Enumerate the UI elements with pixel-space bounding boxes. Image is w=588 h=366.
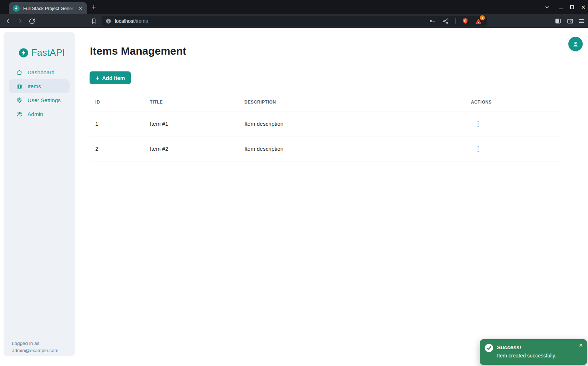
table-row: 1 Item #1 Item description ⋮ xyxy=(90,111,564,136)
browser-tab[interactable]: Full Stack Project Genera ✕ xyxy=(9,2,87,14)
toolbar-divider xyxy=(455,18,456,24)
reload-icon xyxy=(29,18,35,25)
briefcase-icon xyxy=(16,83,23,90)
fastapi-favicon-icon xyxy=(12,5,20,12)
check-circle-icon xyxy=(484,343,494,353)
sidebar-item-dashboard[interactable]: Dashboard xyxy=(9,65,70,79)
forward-arrow-icon xyxy=(17,17,24,25)
cell-description: Item description xyxy=(244,121,471,127)
bookmark-button[interactable] xyxy=(90,17,98,25)
toast-message: Item created successfully. xyxy=(497,353,556,359)
toast-close-button[interactable]: ✕ xyxy=(578,342,584,349)
browser-titlebar: Full Stack Project Genera ✕ + ✕ xyxy=(0,0,588,14)
cell-description: Item description xyxy=(244,146,471,152)
cell-id: 2 xyxy=(95,146,150,152)
chevron-down-icon xyxy=(544,4,550,10)
key-icon xyxy=(429,17,436,25)
reload-button[interactable] xyxy=(27,17,36,25)
row-actions-menu-button[interactable]: ⋮ xyxy=(473,119,483,129)
app-logo: FastAPI xyxy=(19,47,65,58)
address-bar[interactable]: localhost /items 1 xyxy=(102,16,487,26)
side-panel-icon xyxy=(554,17,562,25)
tab-title: Full Stack Project Genera xyxy=(23,6,74,11)
window-close-button[interactable]: ✕ xyxy=(579,3,588,11)
app-sidebar: FastAPI Dashboard Items User Settings xyxy=(4,32,75,356)
url-path: /items xyxy=(135,18,148,24)
cell-title: Item #2 xyxy=(150,146,244,152)
sidebar-toggle-button[interactable] xyxy=(554,17,562,25)
tab-title-fade xyxy=(67,4,76,12)
sidebar-item-admin[interactable]: Admin xyxy=(9,107,70,121)
sidebar-item-items[interactable]: Items xyxy=(9,79,70,93)
row-actions-menu-button[interactable]: ⋮ xyxy=(473,144,483,154)
wallet-icon xyxy=(567,17,574,25)
home-icon xyxy=(16,69,23,76)
sidebar-item-label: User Settings xyxy=(27,97,61,104)
share-button[interactable] xyxy=(442,17,449,25)
user-icon xyxy=(572,40,579,48)
site-info-icon[interactable] xyxy=(105,18,112,24)
table-header-row: ID TITLE DESCRIPTION ACTIONS xyxy=(90,93,564,111)
column-header-description: DESCRIPTION xyxy=(244,100,471,105)
brave-shield-icon xyxy=(462,17,469,25)
tab-close-button[interactable]: ✕ xyxy=(78,6,83,11)
success-toast: Success! Item created successfully. ✕ xyxy=(480,339,587,365)
maximize-icon xyxy=(570,5,574,9)
column-header-id: ID xyxy=(95,100,150,105)
sidebar-item-label: Admin xyxy=(27,111,43,117)
back-arrow-icon xyxy=(4,17,11,25)
users-icon xyxy=(16,111,23,117)
password-key-button[interactable] xyxy=(429,17,436,25)
tab-search-chevron-button[interactable] xyxy=(542,3,552,11)
sidebar-item-user-settings[interactable]: User Settings xyxy=(9,93,70,107)
add-item-button[interactable]: + Add Item xyxy=(90,71,131,84)
browser-menu-button[interactable] xyxy=(578,17,586,25)
sidebar-item-label: Items xyxy=(27,83,41,90)
page-title: Items Management xyxy=(90,45,186,57)
brave-shield-button[interactable] xyxy=(462,17,469,25)
browser-toolbar: localhost /items 1 xyxy=(0,14,588,28)
new-tab-button[interactable]: + xyxy=(88,2,99,12)
plus-icon: + xyxy=(96,75,99,81)
url-host: localhost xyxy=(115,18,135,24)
wallet-button[interactable] xyxy=(566,17,574,25)
items-table: ID TITLE DESCRIPTION ACTIONS 1 Item #1 I… xyxy=(90,93,564,161)
sidebar-footer: Logged in as: admin@example.com xyxy=(12,340,59,354)
fastapi-logo-icon xyxy=(19,48,29,58)
app-page: FastAPI Dashboard Items User Settings xyxy=(0,28,588,366)
user-avatar-button[interactable] xyxy=(568,37,583,51)
sidebar-item-label: Dashboard xyxy=(27,69,55,76)
cell-id: 1 xyxy=(95,121,150,127)
bookmark-icon xyxy=(91,18,97,24)
logged-in-email: admin@example.com xyxy=(12,347,59,354)
window-maximize-button[interactable] xyxy=(567,3,577,11)
window-minimize-button[interactable] xyxy=(556,3,566,11)
logged-in-label: Logged in as: xyxy=(12,340,59,347)
minimize-icon xyxy=(559,9,563,9)
back-button[interactable] xyxy=(4,17,12,25)
toast-title: Success! xyxy=(497,344,521,351)
hamburger-menu-icon xyxy=(578,17,585,25)
share-icon xyxy=(442,18,449,25)
column-header-actions: ACTIONS xyxy=(471,100,564,105)
table-row: 2 Item #2 Item description ⋮ xyxy=(90,136,564,161)
cell-title: Item #1 xyxy=(150,121,244,127)
add-item-label: Add Item xyxy=(102,75,125,81)
rewards-badge: 1 xyxy=(480,15,485,20)
gear-icon xyxy=(16,97,23,104)
app-logo-text: FastAPI xyxy=(31,47,65,58)
forward-button[interactable] xyxy=(16,17,25,25)
sidebar-nav: Dashboard Items User Settings Admin xyxy=(9,65,70,121)
column-header-title: TITLE xyxy=(150,100,244,105)
